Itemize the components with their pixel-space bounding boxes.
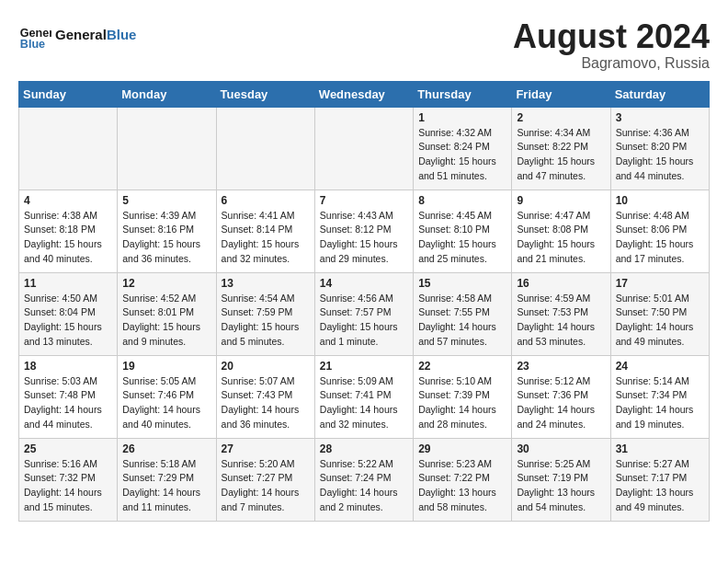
day-info: Sunrise: 5:16 AM Sunset: 7:32 PM Dayligh… bbox=[24, 457, 112, 515]
day-info: Sunrise: 5:14 AM Sunset: 7:34 PM Dayligh… bbox=[616, 374, 704, 432]
day-info: Sunrise: 5:18 AM Sunset: 7:29 PM Dayligh… bbox=[122, 457, 210, 515]
day-number: 14 bbox=[320, 277, 408, 290]
calendar-day-cell: 8Sunrise: 4:45 AM Sunset: 8:10 PM Daylig… bbox=[414, 190, 512, 272]
calendar-day-cell: 24Sunrise: 5:14 AM Sunset: 7:34 PM Dayli… bbox=[610, 355, 709, 438]
weekday-header-sunday: Sunday bbox=[19, 81, 118, 107]
day-number: 28 bbox=[320, 442, 408, 455]
day-number: 8 bbox=[418, 194, 506, 207]
calendar-day-cell: 21Sunrise: 5:09 AM Sunset: 7:41 PM Dayli… bbox=[314, 355, 413, 438]
day-number: 12 bbox=[122, 277, 210, 290]
day-info: Sunrise: 5:10 AM Sunset: 7:39 PM Dayligh… bbox=[418, 374, 506, 432]
day-info: Sunrise: 4:50 AM Sunset: 8:04 PM Dayligh… bbox=[24, 292, 112, 350]
calendar-day-cell: 7Sunrise: 4:43 AM Sunset: 8:12 PM Daylig… bbox=[314, 190, 413, 272]
calendar-day-cell: 30Sunrise: 5:25 AM Sunset: 7:19 PM Dayli… bbox=[512, 438, 610, 521]
calendar-week-row: 1Sunrise: 4:32 AM Sunset: 8:24 PM Daylig… bbox=[19, 107, 710, 190]
day-number: 30 bbox=[517, 442, 605, 455]
month-year-title: August 2024 bbox=[513, 18, 710, 55]
calendar-day-cell: 31Sunrise: 5:27 AM Sunset: 7:17 PM Dayli… bbox=[610, 438, 709, 521]
day-number: 6 bbox=[222, 194, 310, 207]
calendar-day-cell: 18Sunrise: 5:03 AM Sunset: 7:48 PM Dayli… bbox=[19, 355, 118, 438]
calendar-week-row: 25Sunrise: 5:16 AM Sunset: 7:32 PM Dayli… bbox=[19, 438, 710, 521]
day-number: 13 bbox=[222, 277, 310, 290]
day-number: 22 bbox=[418, 360, 506, 373]
day-number: 9 bbox=[517, 194, 605, 207]
calendar-day-cell: 6Sunrise: 4:41 AM Sunset: 8:14 PM Daylig… bbox=[216, 190, 314, 272]
calendar-empty-cell bbox=[19, 107, 118, 190]
day-number: 29 bbox=[418, 442, 506, 455]
day-info: Sunrise: 5:22 AM Sunset: 7:24 PM Dayligh… bbox=[320, 457, 408, 515]
calendar-day-cell: 16Sunrise: 4:59 AM Sunset: 7:53 PM Dayli… bbox=[512, 272, 610, 355]
weekday-header-friday: Friday bbox=[512, 81, 610, 107]
day-number: 4 bbox=[24, 194, 112, 207]
day-info: Sunrise: 5:27 AM Sunset: 7:17 PM Dayligh… bbox=[616, 457, 704, 515]
svg-text:Blue: Blue bbox=[20, 38, 45, 51]
day-info: Sunrise: 4:59 AM Sunset: 7:53 PM Dayligh… bbox=[517, 292, 605, 350]
calendar-day-cell: 28Sunrise: 5:22 AM Sunset: 7:24 PM Dayli… bbox=[314, 438, 413, 521]
calendar-day-cell: 1Sunrise: 4:32 AM Sunset: 8:24 PM Daylig… bbox=[414, 107, 512, 190]
day-info: Sunrise: 5:25 AM Sunset: 7:19 PM Dayligh… bbox=[517, 457, 605, 515]
calendar-day-cell: 22Sunrise: 5:10 AM Sunset: 7:39 PM Dayli… bbox=[414, 355, 512, 438]
calendar-day-cell: 15Sunrise: 4:58 AM Sunset: 7:55 PM Dayli… bbox=[414, 272, 512, 355]
day-number: 20 bbox=[222, 360, 310, 373]
day-number: 16 bbox=[517, 277, 605, 290]
day-number: 27 bbox=[222, 442, 310, 455]
calendar-week-row: 4Sunrise: 4:38 AM Sunset: 8:18 PM Daylig… bbox=[19, 190, 710, 272]
day-info: Sunrise: 4:41 AM Sunset: 8:14 PM Dayligh… bbox=[222, 209, 310, 267]
day-number: 26 bbox=[122, 442, 210, 455]
day-number: 3 bbox=[616, 111, 704, 124]
calendar-day-cell: 29Sunrise: 5:23 AM Sunset: 7:22 PM Dayli… bbox=[414, 438, 512, 521]
calendar-day-cell: 12Sunrise: 4:52 AM Sunset: 8:01 PM Dayli… bbox=[118, 272, 216, 355]
calendar-day-cell: 3Sunrise: 4:36 AM Sunset: 8:20 PM Daylig… bbox=[610, 107, 709, 190]
day-info: Sunrise: 5:20 AM Sunset: 7:27 PM Dayligh… bbox=[222, 457, 310, 515]
day-info: Sunrise: 4:52 AM Sunset: 8:01 PM Dayligh… bbox=[122, 292, 210, 350]
day-info: Sunrise: 4:34 AM Sunset: 8:22 PM Dayligh… bbox=[517, 126, 605, 184]
calendar-empty-cell bbox=[118, 107, 216, 190]
day-info: Sunrise: 5:09 AM Sunset: 7:41 PM Dayligh… bbox=[320, 374, 408, 432]
day-number: 5 bbox=[122, 194, 210, 207]
day-number: 7 bbox=[320, 194, 408, 207]
weekday-header-row: SundayMondayTuesdayWednesdayThursdayFrid… bbox=[19, 81, 710, 107]
calendar-week-row: 11Sunrise: 4:50 AM Sunset: 8:04 PM Dayli… bbox=[19, 272, 710, 355]
calendar-empty-cell bbox=[216, 107, 314, 190]
calendar-day-cell: 13Sunrise: 4:54 AM Sunset: 7:59 PM Dayli… bbox=[216, 272, 314, 355]
calendar-day-cell: 17Sunrise: 5:01 AM Sunset: 7:50 PM Dayli… bbox=[610, 272, 709, 355]
day-info: Sunrise: 5:03 AM Sunset: 7:48 PM Dayligh… bbox=[24, 374, 112, 432]
day-number: 21 bbox=[320, 360, 408, 373]
weekday-header-saturday: Saturday bbox=[610, 81, 709, 107]
day-number: 17 bbox=[616, 277, 704, 290]
day-info: Sunrise: 4:45 AM Sunset: 8:10 PM Dayligh… bbox=[418, 209, 506, 267]
day-number: 19 bbox=[122, 360, 210, 373]
day-info: Sunrise: 4:43 AM Sunset: 8:12 PM Dayligh… bbox=[320, 209, 408, 267]
calendar-day-cell: 9Sunrise: 4:47 AM Sunset: 8:08 PM Daylig… bbox=[512, 190, 610, 272]
calendar-week-row: 18Sunrise: 5:03 AM Sunset: 7:48 PM Dayli… bbox=[19, 355, 710, 438]
calendar-empty-cell bbox=[314, 107, 413, 190]
day-info: Sunrise: 4:39 AM Sunset: 8:16 PM Dayligh… bbox=[122, 209, 210, 267]
day-number: 10 bbox=[616, 194, 704, 207]
day-info: Sunrise: 5:12 AM Sunset: 7:36 PM Dayligh… bbox=[517, 374, 605, 432]
day-info: Sunrise: 4:32 AM Sunset: 8:24 PM Dayligh… bbox=[418, 126, 506, 184]
day-info: Sunrise: 4:36 AM Sunset: 8:20 PM Dayligh… bbox=[616, 126, 704, 184]
day-info: Sunrise: 5:23 AM Sunset: 7:22 PM Dayligh… bbox=[418, 457, 506, 515]
day-number: 25 bbox=[24, 442, 112, 455]
day-info: Sunrise: 5:05 AM Sunset: 7:46 PM Dayligh… bbox=[122, 374, 210, 432]
day-info: Sunrise: 4:48 AM Sunset: 8:06 PM Dayligh… bbox=[616, 209, 704, 267]
calendar-day-cell: 5Sunrise: 4:39 AM Sunset: 8:16 PM Daylig… bbox=[118, 190, 216, 272]
weekday-header-tuesday: Tuesday bbox=[216, 81, 314, 107]
day-number: 1 bbox=[418, 111, 506, 124]
title-area: August 2024 Bagramovo, Russia bbox=[513, 18, 710, 72]
day-info: Sunrise: 5:07 AM Sunset: 7:43 PM Dayligh… bbox=[222, 374, 310, 432]
day-number: 31 bbox=[616, 442, 704, 455]
calendar-day-cell: 26Sunrise: 5:18 AM Sunset: 7:29 PM Dayli… bbox=[118, 438, 216, 521]
calendar-day-cell: 25Sunrise: 5:16 AM Sunset: 7:32 PM Dayli… bbox=[19, 438, 118, 521]
calendar-day-cell: 4Sunrise: 4:38 AM Sunset: 8:18 PM Daylig… bbox=[19, 190, 118, 272]
day-number: 2 bbox=[517, 111, 605, 124]
logo-text-general: General bbox=[55, 27, 107, 42]
day-info: Sunrise: 4:56 AM Sunset: 7:57 PM Dayligh… bbox=[320, 292, 408, 350]
weekday-header-wednesday: Wednesday bbox=[314, 81, 413, 107]
day-info: Sunrise: 4:47 AM Sunset: 8:08 PM Dayligh… bbox=[517, 209, 605, 267]
calendar-day-cell: 2Sunrise: 4:34 AM Sunset: 8:22 PM Daylig… bbox=[512, 107, 610, 190]
calendar-table: SundayMondayTuesdayWednesdayThursdayFrid… bbox=[18, 81, 710, 522]
day-info: Sunrise: 5:01 AM Sunset: 7:50 PM Dayligh… bbox=[616, 292, 704, 350]
calendar-day-cell: 27Sunrise: 5:20 AM Sunset: 7:27 PM Dayli… bbox=[216, 438, 314, 521]
day-info: Sunrise: 4:38 AM Sunset: 8:18 PM Dayligh… bbox=[24, 209, 112, 267]
